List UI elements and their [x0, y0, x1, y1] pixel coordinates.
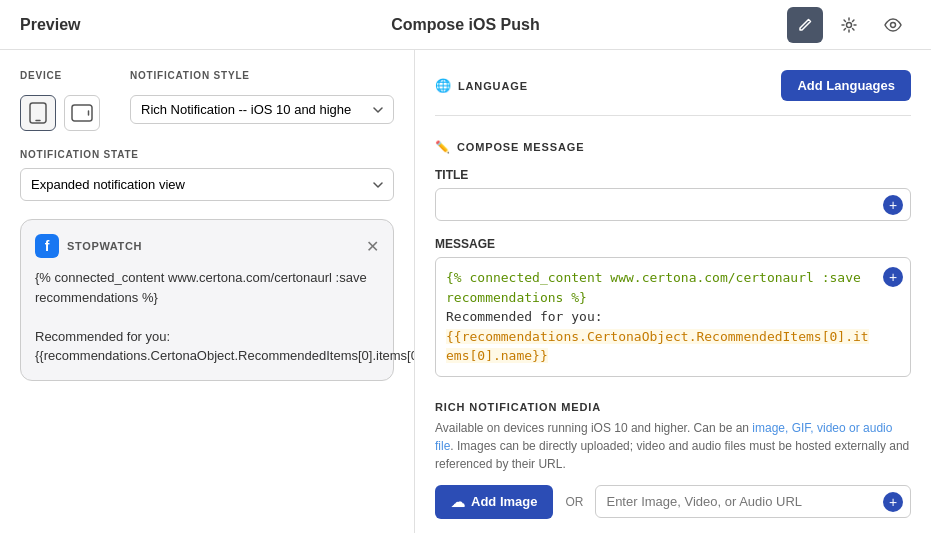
upload-icon: ☁ [451, 494, 465, 510]
facebook-icon: f [35, 234, 59, 258]
app-header: Preview Compose iOS Push [0, 0, 931, 50]
rich-add-row: ☁ Add Image OR + [435, 485, 911, 519]
compose-pencil-icon: ✏️ [435, 140, 451, 154]
notif-app-info: f STOPWATCH [35, 234, 142, 258]
message-plus-button[interactable]: + [883, 267, 903, 287]
message-yellow-text: {{recommendations.CertonaObject.Recommen… [446, 329, 869, 364]
main-content: DEVICE [0, 50, 931, 533]
title-input[interactable] [435, 188, 911, 221]
header-actions [787, 7, 911, 43]
rich-media-label: RICH NOTIFICATION MEDIA [435, 401, 911, 413]
phone-device-btn[interactable] [20, 95, 56, 131]
message-textarea-wrapper: {% connected_content www.certona.com/cer… [435, 257, 911, 377]
notif-state-label: NOTIFICATION STATE [20, 149, 394, 160]
notif-state-select[interactable]: Expanded notification view [20, 168, 394, 201]
notif-close-btn[interactable]: ✕ [366, 237, 379, 256]
language-section-header: 🌐 LANGUAGE Add Languages [435, 70, 911, 101]
image-link[interactable]: image, GIF, video or audio file [435, 421, 892, 453]
gear-icon-btn[interactable] [831, 7, 867, 43]
compose-message-section: ✏️ COMPOSE MESSAGE TITLE + MESSAGE {% co… [435, 140, 911, 377]
device-notif-row: DEVICE [20, 70, 394, 131]
title-plus-button[interactable]: + [883, 195, 903, 215]
title-field-label: TITLE [435, 168, 911, 182]
title-input-wrapper: + [435, 188, 911, 221]
svg-point-1 [891, 22, 896, 27]
globe-icon: 🌐 [435, 78, 452, 93]
device-icons [20, 95, 100, 131]
notif-style-group: NOTIFICATION STYLE Rich Notification -- … [130, 70, 394, 124]
notif-card-body: {% connected_content www.certona.com/cer… [35, 268, 379, 366]
or-label: OR [565, 495, 583, 509]
add-image-button[interactable]: ☁ Add Image [435, 485, 553, 519]
message-field-label: MESSAGE [435, 237, 911, 251]
svg-point-0 [847, 22, 852, 27]
page-title: Compose iOS Push [391, 16, 539, 34]
message-textarea[interactable]: {% connected_content www.certona.com/cer… [435, 257, 911, 377]
language-label: 🌐 LANGUAGE [435, 78, 528, 93]
compose-message-label: ✏️ COMPOSE MESSAGE [435, 140, 911, 154]
notif-style-label: NOTIFICATION STYLE [130, 70, 394, 81]
notif-body-text: {% connected_content www.certona.com/cer… [35, 268, 379, 307]
message-green-text: {% connected_content www.certona.com/cer… [446, 270, 861, 305]
notif-recommended-text: Recommended for you:{{recommendations.Ce… [35, 327, 379, 366]
notif-style-select[interactable]: Rich Notification -- iOS 10 and highe [130, 95, 394, 124]
eye-icon-btn[interactable] [875, 7, 911, 43]
rich-notification-section: RICH NOTIFICATION MEDIA Available on dev… [435, 401, 911, 519]
device-group: DEVICE [20, 70, 100, 131]
app-name: STOPWATCH [67, 240, 142, 252]
url-input-wrapper: + [595, 485, 911, 518]
notif-card-header: f STOPWATCH ✕ [35, 234, 379, 258]
notification-preview-card: f STOPWATCH ✕ {% connected_content www.c… [20, 219, 394, 381]
url-input[interactable] [595, 485, 911, 518]
device-label: DEVICE [20, 70, 100, 81]
preview-label: Preview [20, 16, 80, 34]
language-divider [435, 115, 911, 116]
rich-media-desc: Available on devices running iOS 10 and … [435, 419, 911, 473]
notif-state-group: NOTIFICATION STATE Expanded notification… [20, 149, 394, 201]
tablet-device-btn[interactable] [64, 95, 100, 131]
left-panel: DEVICE [0, 50, 415, 533]
language-section: 🌐 LANGUAGE Add Languages [435, 70, 911, 116]
right-panel: 🌐 LANGUAGE Add Languages ✏️ COMPOSE MESS… [415, 50, 931, 533]
url-plus-button[interactable]: + [883, 492, 903, 512]
add-languages-button[interactable]: Add Languages [781, 70, 911, 101]
pencil-icon-btn[interactable] [787, 7, 823, 43]
message-recommended-label: Recommended for you: [446, 309, 603, 324]
